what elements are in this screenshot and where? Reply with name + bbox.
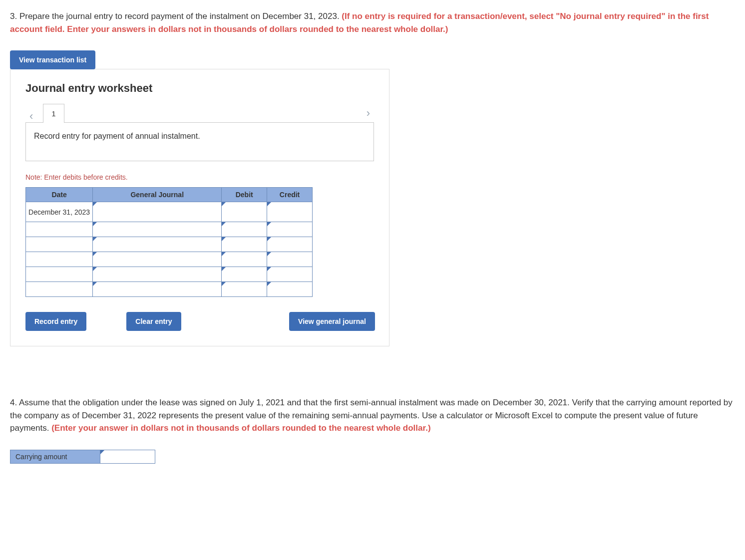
header-date: Date xyxy=(26,188,93,202)
cell-date-4 xyxy=(26,267,93,282)
journal-table: Date General Journal Debit Credit Decemb… xyxy=(25,187,313,297)
worksheet-nav: ‹ 1 › xyxy=(25,104,374,123)
header-debit: Debit xyxy=(222,188,267,202)
cell-gj-2[interactable] xyxy=(93,237,222,252)
question-4-number: 4. xyxy=(10,398,17,407)
chevron-left-icon[interactable]: ‹ xyxy=(25,110,37,123)
cell-debit-3[interactable] xyxy=(222,252,267,267)
question-4-red: (Enter your answer in dollars not in tho… xyxy=(51,423,430,433)
cell-credit-3[interactable] xyxy=(267,252,313,267)
table-row xyxy=(26,237,313,252)
cell-date-0: December 31, 2023 xyxy=(26,202,93,222)
cell-date-3 xyxy=(26,252,93,267)
question-4-text: 4. Assume that the obligation under the … xyxy=(10,396,735,435)
table-row xyxy=(26,267,313,282)
cell-debit-5[interactable] xyxy=(222,282,267,297)
button-row: Record entry Clear entry View general jo… xyxy=(25,312,375,331)
view-transaction-list-button[interactable]: View transaction list xyxy=(10,50,95,69)
cell-credit-1[interactable] xyxy=(267,222,313,237)
cell-debit-4[interactable] xyxy=(222,267,267,282)
button-row-left: Record entry Clear entry xyxy=(25,312,181,331)
table-row xyxy=(26,222,313,237)
question-3-text: 3. Prepare the journal entry to record p… xyxy=(10,10,735,35)
cell-gj-0[interactable] xyxy=(93,202,222,222)
question-3-pre: Prepare the journal entry to record paym… xyxy=(17,11,342,21)
question-4-container: 4. Assume that the obligation under the … xyxy=(10,396,735,464)
question-3-number: 3. xyxy=(10,11,17,21)
cell-gj-1[interactable] xyxy=(93,222,222,237)
cell-debit-1[interactable] xyxy=(222,222,267,237)
cell-debit-0[interactable] xyxy=(222,202,267,222)
cell-debit-2[interactable] xyxy=(222,237,267,252)
instruction-box: Record entry for payment of annual insta… xyxy=(25,122,374,161)
table-row xyxy=(26,282,313,297)
note-text: Note: Enter debits before credits. xyxy=(25,173,374,181)
cell-credit-0[interactable] xyxy=(267,202,313,222)
cell-credit-4[interactable] xyxy=(267,267,313,282)
cell-gj-3[interactable] xyxy=(93,252,222,267)
header-credit: Credit xyxy=(267,188,313,202)
cell-credit-2[interactable] xyxy=(267,237,313,252)
table-header-row: Date General Journal Debit Credit xyxy=(26,188,313,202)
worksheet-container: Journal entry worksheet ‹ 1 › Record ent… xyxy=(10,69,389,346)
nav-left: ‹ 1 xyxy=(25,104,64,123)
record-entry-button[interactable]: Record entry xyxy=(25,312,86,331)
worksheet-title: Journal entry worksheet xyxy=(25,82,374,95)
header-general-journal: General Journal xyxy=(93,188,222,202)
instruction-text: Record entry for payment of annual insta… xyxy=(34,132,200,140)
cell-date-1 xyxy=(26,222,93,237)
table-row: December 31, 2023 xyxy=(26,202,313,222)
chevron-right-icon[interactable]: › xyxy=(363,107,374,120)
cell-date-5 xyxy=(26,282,93,297)
tab-1[interactable]: 1 xyxy=(43,104,64,123)
cell-date-2 xyxy=(26,237,93,252)
cell-gj-4[interactable] xyxy=(93,267,222,282)
table-row xyxy=(26,252,313,267)
cell-credit-5[interactable] xyxy=(267,282,313,297)
carrying-amount-label: Carrying amount xyxy=(10,450,100,463)
cell-gj-5[interactable] xyxy=(93,282,222,297)
view-general-journal-button[interactable]: View general journal xyxy=(289,312,375,331)
carrying-amount-table: Carrying amount xyxy=(10,450,155,464)
carrying-row: Carrying amount xyxy=(10,450,155,463)
carrying-amount-input[interactable] xyxy=(100,450,155,463)
clear-entry-button[interactable]: Clear entry xyxy=(126,312,181,331)
